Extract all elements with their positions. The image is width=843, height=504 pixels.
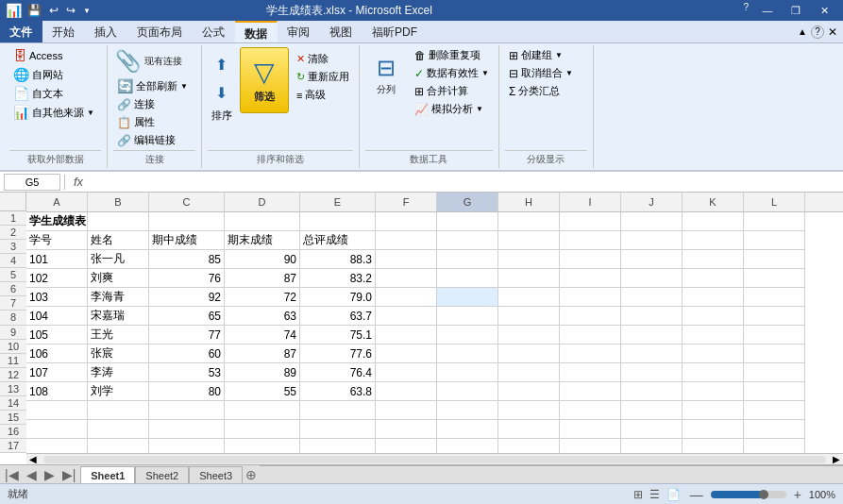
btn-merge[interactable]: ⊞ 合并计算 — [411, 83, 493, 99]
cell-I11[interactable] — [560, 401, 621, 420]
cell-A10[interactable]: 108 — [26, 382, 88, 401]
cell-E4[interactable]: 83.2 — [300, 269, 376, 288]
qa-dropdown[interactable]: ▼ — [81, 7, 93, 15]
ribbon-close-icon[interactable]: ✕ — [828, 25, 837, 39]
cell-E6[interactable]: 63.7 — [300, 307, 376, 326]
sheet-tab-first[interactable]: |◀ — [2, 467, 22, 482]
cell-C7[interactable]: 77 — [149, 326, 225, 344]
btn-filter[interactable]: ▽ 筛选 — [240, 47, 289, 113]
cell-E7[interactable]: 75.1 — [300, 326, 376, 344]
cell-K3[interactable] — [683, 250, 744, 269]
cell-G6[interactable] — [437, 307, 498, 326]
cell-F2[interactable] — [376, 231, 437, 250]
view-page-layout-btn[interactable]: ☰ — [648, 488, 662, 501]
cell-A6[interactable]: 104 — [26, 307, 88, 326]
cell-I9[interactable] — [560, 363, 621, 382]
ribbon-help-icon[interactable]: ? — [811, 25, 824, 39]
tab-insert[interactable]: 插入 — [85, 21, 127, 42]
cell-H10[interactable] — [498, 382, 560, 401]
cell-B9[interactable]: 李涛 — [88, 363, 149, 382]
cell-D2[interactable]: 期末成绩 — [225, 231, 300, 250]
cell-G3[interactable] — [437, 250, 498, 269]
cell-I2[interactable] — [560, 231, 621, 250]
scroll-left-btn[interactable]: ◀ — [26, 454, 40, 464]
cell-H8[interactable] — [498, 344, 560, 363]
zoom-plus-btn[interactable]: + — [794, 487, 801, 502]
btn-clear[interactable]: ✕ 清除 — [293, 51, 353, 67]
cell-I13[interactable] — [560, 439, 621, 453]
col-C[interactable]: C — [149, 193, 225, 211]
cell-E11[interactable] — [300, 401, 376, 420]
cell-G9[interactable] — [437, 363, 498, 382]
cell-I4[interactable] — [560, 269, 621, 288]
cell-L11[interactable] — [744, 401, 805, 420]
cell-A7[interactable]: 105 — [26, 326, 88, 344]
close-btn[interactable]: ✕ — [811, 2, 837, 19]
formula-input[interactable] — [92, 176, 839, 189]
cell-H3[interactable] — [498, 250, 560, 269]
col-H[interactable]: H — [498, 193, 560, 211]
view-page-break-btn[interactable]: 📄 — [665, 488, 683, 501]
cell-G1[interactable] — [437, 212, 498, 231]
cell-L8[interactable] — [744, 344, 805, 363]
cell-H6[interactable] — [498, 307, 560, 326]
cell-C4[interactable]: 76 — [149, 269, 225, 288]
cell-D12[interactable] — [225, 420, 300, 439]
cell-J13[interactable] — [621, 439, 683, 453]
cell-K11[interactable] — [683, 401, 744, 420]
sheet-tab-2[interactable]: Sheet2 — [135, 466, 189, 483]
col-K[interactable]: K — [683, 193, 744, 211]
cell-F4[interactable] — [376, 269, 437, 288]
cell-E3[interactable]: 88.3 — [300, 250, 376, 269]
minimize-btn[interactable]: — — [754, 2, 781, 19]
sheet-tab-next[interactable]: ▶ — [42, 467, 58, 482]
cell-C12[interactable] — [149, 420, 225, 439]
cell-G4[interactable] — [437, 269, 498, 288]
cell-B6[interactable]: 宋嘉瑞 — [88, 307, 149, 326]
cell-J7[interactable] — [621, 326, 683, 344]
cell-F5[interactable] — [376, 288, 437, 307]
cell-J5[interactable] — [621, 288, 683, 307]
cell-I10[interactable] — [560, 382, 621, 401]
cell-H2[interactable] — [498, 231, 560, 250]
ribbon-minimize-icon[interactable]: ▲ — [798, 26, 807, 37]
col-F[interactable]: F — [376, 193, 437, 211]
btn-web[interactable]: 🌐 自网站 — [9, 66, 101, 83]
scroll-right-btn[interactable]: ▶ — [830, 454, 843, 464]
sheet-add-btn[interactable]: ⊕ — [243, 467, 260, 482]
cell-L13[interactable] — [744, 439, 805, 453]
cell-I6[interactable] — [560, 307, 621, 326]
cell-A1[interactable]: 学生成绩表 — [26, 212, 88, 231]
cell-I1[interactable] — [560, 212, 621, 231]
cell-G5[interactable] — [437, 288, 498, 307]
btn-sort-az[interactable]: ⬆ — [208, 51, 234, 77]
cell-C2[interactable]: 期中成绩 — [149, 231, 225, 250]
h-scrollbar[interactable]: ◀ ▶ — [26, 453, 843, 464]
btn-split[interactable]: ⊟ 分列 — [365, 47, 407, 104]
col-B[interactable]: B — [88, 193, 149, 211]
cell-B13[interactable] — [88, 439, 149, 453]
btn-refreshall[interactable]: 🔄 全部刷新 ▼ — [113, 77, 195, 94]
cell-H4[interactable] — [498, 269, 560, 288]
cell-K10[interactable] — [683, 382, 744, 401]
cell-L7[interactable] — [744, 326, 805, 344]
cell-C8[interactable]: 60 — [149, 344, 225, 363]
btn-connections[interactable]: 🔗 连接 — [113, 96, 159, 112]
tab-formula[interactable]: 公式 — [193, 21, 235, 42]
cell-E8[interactable]: 77.6 — [300, 344, 376, 363]
btn-access[interactable]: 🗄 Access — [9, 47, 101, 64]
btn-reapply[interactable]: ↻ 重新应用 — [293, 69, 353, 85]
cell-H1[interactable] — [498, 212, 560, 231]
cell-K13[interactable] — [683, 439, 744, 453]
cell-J1[interactable] — [621, 212, 683, 231]
sheet-tab-last[interactable]: ▶| — [59, 467, 79, 482]
view-normal-btn[interactable]: ⊞ — [632, 488, 645, 501]
cell-H5[interactable] — [498, 288, 560, 307]
col-I[interactable]: I — [560, 193, 621, 211]
cell-A3[interactable]: 101 — [26, 250, 88, 269]
cell-C9[interactable]: 53 — [149, 363, 225, 382]
sheet-tab-1[interactable]: Sheet1 — [80, 466, 135, 483]
cell-D11[interactable] — [225, 401, 300, 420]
qa-save[interactable]: 💾 — [25, 4, 43, 17]
cell-J11[interactable] — [621, 401, 683, 420]
